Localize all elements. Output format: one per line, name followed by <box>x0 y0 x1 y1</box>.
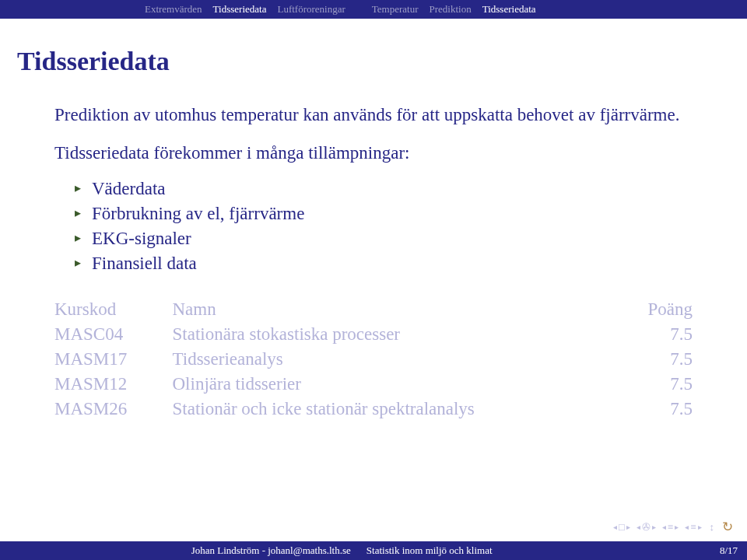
list-intro: Tidsseriedata förekommer i många tillämp… <box>54 141 693 165</box>
table-row: MASM26 Stationär och icke stationär spek… <box>54 397 693 422</box>
nav-subsections: Temperatur Prediktion Tidsseriedata <box>359 3 747 16</box>
cell-points: 7.5 <box>627 347 693 372</box>
bullet-item: Väderdata <box>75 179 693 199</box>
nav-controls: ◂□▸ ◂✇▸ ◂≡▸ ◂≡▸ ↕ ↻ <box>613 519 733 535</box>
nav-sections: Extremvärden Tidsseriedata Luftförorenin… <box>0 3 359 16</box>
nav-last-button[interactable]: ◂≡▸ <box>685 521 701 534</box>
nav-item-luftfororeningar[interactable]: Luftföroreningar <box>272 3 350 16</box>
nav-prev-button[interactable]: ◂✇▸ <box>637 521 656 534</box>
table-row: MASM12 Olinjära tidsserier 7.5 <box>54 372 693 397</box>
intro-paragraph: Prediktion av utomhus temperatur kan anv… <box>54 103 693 127</box>
bullet-item: Förbrukning av el, fjärrvärme <box>75 204 693 224</box>
bullet-list: Väderdata Förbrukning av el, fjärrvärme … <box>54 179 693 274</box>
col-points: Poäng <box>627 297 693 322</box>
cell-code: MASM12 <box>54 372 173 397</box>
col-code: Kurskod <box>54 297 173 322</box>
nav-sub-prediktion[interactable]: Prediktion <box>424 3 477 16</box>
table-header: Kurskod Namn Poäng <box>54 297 693 322</box>
nav-item-tidsseriedata[interactable]: Tidsseriedata <box>208 3 272 16</box>
cell-name: Stationär och icke stationär spektralana… <box>173 397 627 422</box>
col-name: Namn <box>173 297 627 322</box>
cell-points: 7.5 <box>627 322 693 347</box>
cell-code: MASC04 <box>54 322 173 347</box>
nav-loop-icon[interactable]: ↻ <box>722 519 733 535</box>
cell-code: MASM17 <box>54 347 173 372</box>
nav-item-extremvarden[interactable]: Extremvärden <box>139 3 208 16</box>
bullet-item: Finansiell data <box>75 254 693 274</box>
nav-sub-temperatur[interactable]: Temperatur <box>366 3 424 16</box>
slide-content: Prediktion av utomhus temperatur kan anv… <box>0 76 747 422</box>
cell-points: 7.5 <box>627 372 693 397</box>
top-nav: Extremvärden Tidsseriedata Luftförorenin… <box>0 0 747 19</box>
course-table: Kurskod Namn Poäng MASC04 Stationära sto… <box>54 297 693 422</box>
nav-first-button[interactable]: ◂□▸ <box>613 521 630 534</box>
nav-fullscreen-button[interactable]: ↕ <box>708 521 717 534</box>
nav-sub-tidsseriedata[interactable]: Tidsseriedata <box>477 3 542 16</box>
nav-next-button[interactable]: ◂≡▸ <box>662 521 679 534</box>
footer: Johan Lindström - johanl@maths.lth.se St… <box>0 541 747 560</box>
footer-title: Statistik inom miljö och klimat <box>359 544 695 557</box>
bullet-item: EKG-signaler <box>75 229 693 249</box>
table-row: MASM17 Tidsserieanalys 7.5 <box>54 347 693 372</box>
cell-name: Stationära stokastiska processer <box>173 322 627 347</box>
footer-page: 8/17 <box>695 544 747 557</box>
cell-points: 7.5 <box>627 397 693 422</box>
footer-author: Johan Lindström - johanl@maths.lth.se <box>0 544 359 557</box>
cell-name: Tidsserieanalys <box>173 347 627 372</box>
cell-code: MASM26 <box>54 397 173 422</box>
slide-title: Tidsseriedata <box>0 19 747 76</box>
cell-name: Olinjära tidsserier <box>173 372 627 397</box>
table-row: MASC04 Stationära stokastiska processer … <box>54 322 693 347</box>
